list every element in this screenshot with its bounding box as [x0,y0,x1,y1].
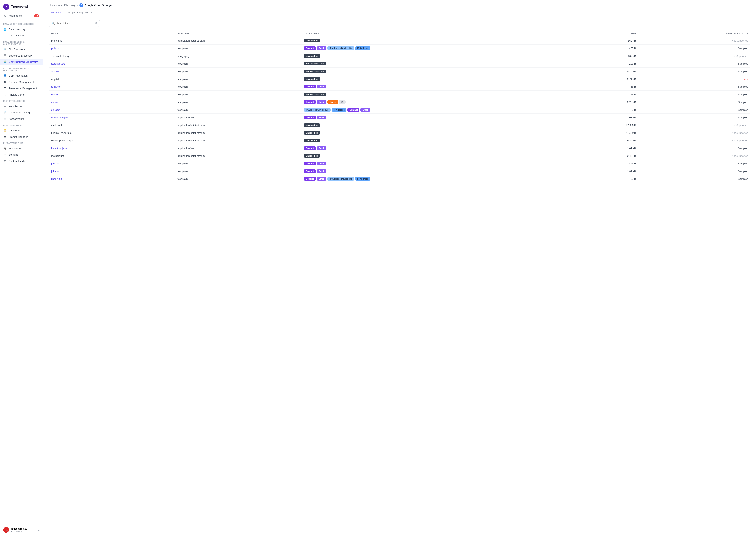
file-name-link[interactable]: carlos.txt [51,101,62,104]
category-badge: Not Personal Data [304,62,326,65]
file-name-link[interactable]: arthur.txt [51,85,61,88]
table-row: polly.txttext/plainContactEmailIP Addres… [49,44,750,52]
file-categories: Not Personal Data [302,60,554,68]
dsr-icon: 👤 [3,74,7,78]
section-title-data-asset: Data Asset Intelligence [0,21,43,26]
files-table: NAME FILE TYPE CATEGORIES SIZE SAMPLING … [49,31,750,183]
table-row: House price.parquetapplication/octet-str… [49,137,750,144]
file-name: app.txt [49,75,175,83]
file-categories: Not Personal Data [302,91,554,98]
file-size: 2.45 kB [554,152,638,160]
file-type: text/plain [175,60,302,68]
tab-overview[interactable]: Overview [49,10,62,16]
search-bar[interactable]: 🔍 ⊕ [49,20,100,27]
file-size: 758 B [554,83,638,91]
sidebar-item-pathfinder[interactable]: 🧭 Pathfinder [0,127,43,134]
structured-icon: 🗄 [3,54,7,57]
sampling-status: Not Supported [638,52,750,60]
sidebar-item-custom-fields[interactable]: ⊞ Custom Fields [0,158,43,164]
sidebar-item-sombra[interactable]: ☀ Sombra [0,151,43,158]
action-items[interactable]: ⊕ Action Items 49 [2,13,41,19]
sidebar-item-preference-management[interactable]: ☰ Preference Management [0,85,43,91]
category-badge: Not Personal Data [304,92,326,96]
table-row: john.txttext/plainContactEmail486 BSampl… [49,160,750,167]
sidebar-item-privacy-center[interactable]: 🛡 Privacy Center [0,91,43,98]
file-categories: Unspecified [302,75,554,83]
sidebar-item-silo-discovery[interactable]: 🔍 Silo Discovery [0,46,43,52]
category-badge: IP Address/Device IDs [327,46,354,50]
chevron-down-icon[interactable]: ⌄ [38,528,40,531]
sidebar-item-label: Pathfinder [9,129,20,132]
file-categories: Unspecified [302,37,554,44]
section-title-discovery: Data Discovery & Classification [0,39,43,46]
table-row: clara.txttext/plainIP Address/Device IDs… [49,106,750,114]
category-badge: Unspecified [304,39,320,42]
sidebar-item-contract-scanning[interactable]: 📄 Contract Scanning [0,109,43,116]
sidebar-item-unstructured-discovery[interactable]: 🌍 Unstructured Discovery [0,59,43,65]
file-categories: Unspecified [302,121,554,129]
file-name-link[interactable]: description.json [51,116,69,119]
file-type: image/png [175,52,302,60]
sidebar-item-data-lineage[interactable]: ⇌ Data Lineage [0,32,43,39]
category-badge: Contact [304,146,316,150]
section-infrastructure: Infrastructure 🔌 Integrations ☀ Sombra ⊞… [0,140,43,164]
file-name-link[interactable]: clara.txt [51,108,60,111]
sidebar-item-consent-management[interactable]: ⚙ Consent Management [0,79,43,85]
section-title-ai: AI Governance [0,122,43,127]
file-type: application/json [175,144,302,152]
sidebar-item-prompt-manager[interactable]: ≡ Prompt Manager [0,134,43,140]
tab-jump-integration[interactable]: Jump to Integration ↗ [67,10,93,16]
sampling-status: Sampled [638,44,750,52]
section-discovery: Data Discovery & Classification 🔍 Silo D… [0,39,43,65]
file-name-link[interactable]: inventory.json [51,147,67,150]
sidebar-item-dsr-automation[interactable]: 👤 DSR Automation [0,73,43,79]
file-categories: Not Personal Data [302,68,554,75]
table-row: abraham.txttext/plainNot Personal Data20… [49,60,750,68]
file-size: 162 kB [554,37,638,44]
col-header-size: SIZE [554,31,638,37]
file-name-link[interactable]: lincoln.txt [51,178,62,181]
sidebar-item-data-inventory[interactable]: 🌐 Data Inventory [0,26,43,32]
integrations-icon: 🔌 [3,146,7,150]
file-type: application/octet-stream [175,37,302,44]
section-data-asset: Data Asset Intelligence 🌐 Data Inventory… [0,21,43,39]
sampling-status: Not Supported [638,37,750,44]
table-row: photo.imgapplication/octet-streamUnspeci… [49,37,750,44]
sidebar: ✦ Transcend ⊕ Action Items 49 Data Asset… [0,0,43,538]
breadcrumb-parent[interactable]: Unstructured Discovery [49,4,75,7]
sidebar-item-structured-discovery[interactable]: 🗄 Structured Discovery [0,52,43,59]
file-type: application/octet-stream [175,137,302,144]
table-row: lincoln.txttext/plainContactEmailIP Addr… [49,175,750,183]
sidebar-item-assessments[interactable]: 📋 Assessments [0,116,43,122]
table-row: julia.txttext/plainContactEmail1.82 kBSa… [49,167,750,175]
file-name-link[interactable]: john.txt [51,162,60,165]
sampling-status: Sampled [638,60,750,68]
sidebar-item-web-auditor[interactable]: 👁 Web Auditor [0,103,43,109]
category-badge: Contact [304,162,316,165]
sidebar-item-label: Sombra [9,153,18,156]
file-name: Flights 1m.parquet [49,129,175,137]
category-badge: Contact [304,169,316,173]
file-type: text/plain [175,175,302,183]
file-name-link[interactable]: abraham.txt [51,62,65,65]
table-row: app.txttext/plainUnspecified2.74 kBError [49,75,750,83]
file-size: 2.74 kB [554,75,638,83]
file-name-link[interactable]: ana.txt [51,70,59,73]
table-row: screenshot.pngimage/pngUnspecified162 kB… [49,52,750,60]
file-type: text/plain [175,98,302,106]
file-categories: ContactEmail [302,167,554,175]
company-name: Rideshare Co. [11,527,27,530]
file-size: 2.25 kB [554,98,638,106]
sampling-status: Sampled [638,83,750,91]
file-type: application/octet-stream [175,152,302,160]
share-icon: ⇌ [3,34,7,37]
logo-icon: ✦ [3,4,10,10]
search-input[interactable] [56,22,93,25]
file-name-link[interactable]: julia.txt [51,170,59,173]
sidebar-item-integrations[interactable]: 🔌 Integrations [0,145,43,151]
file-name-link[interactable]: polly.txt [51,47,60,50]
section-privacy-ops: Autonomous Privacy Operations 👤 DSR Auto… [0,65,43,98]
search-add-icon[interactable]: ⊕ [95,22,97,25]
section-title-privacy-ops: Autonomous Privacy Operations [0,65,43,73]
file-name-link[interactable]: bia.txt [51,93,58,96]
